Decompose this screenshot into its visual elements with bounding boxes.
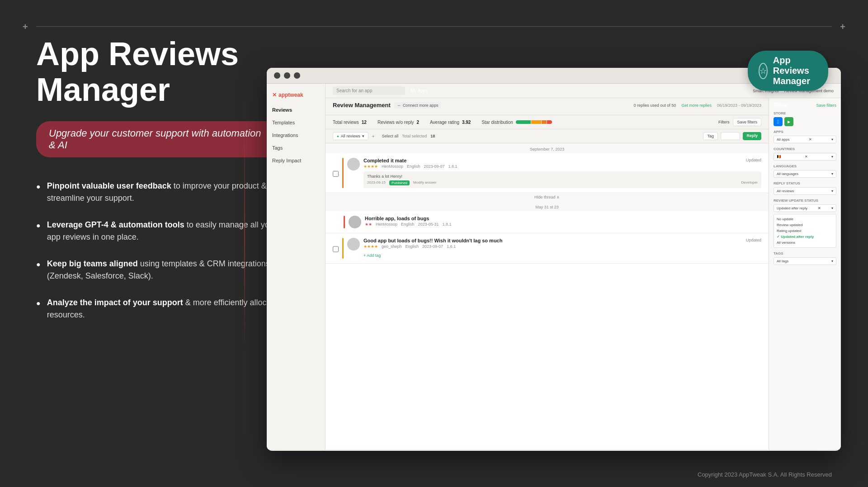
app-interface: ✕ apptweak Reviews Templates Integration… [267, 84, 841, 449]
star-seg-green [516, 120, 531, 124]
review-date-3: 2023-09-07 [422, 244, 443, 249]
review-body-1: Completed it mate ★★★★ HenMossop English… [363, 158, 761, 188]
bullet-3-bold: Keep big teams aligned [47, 259, 138, 268]
star-seg-orange [542, 120, 547, 124]
apps-dropdown-icon[interactable]: ▾ [831, 137, 833, 142]
review-title-3: Good app but loads of bugs!! Wish it wou… [363, 238, 502, 243]
avg-rating-stat: Average rating 3.92 [430, 120, 471, 125]
update-dropdown-options: No update Review updated Rating updated … [774, 214, 836, 248]
selected-update-label: Updated after reply [777, 206, 807, 210]
review-update-section-label: REVIEW UPDATE STATUS [774, 199, 836, 203]
reply-status-select[interactable]: All reviews ▾ [774, 187, 836, 195]
bullet-4: Analyze the impact of your support & mor… [36, 297, 280, 321]
reply-btn[interactable]: Reply [743, 132, 761, 140]
sidebar-item-reply-impact[interactable]: Reply Impact [267, 154, 325, 167]
review-checkbox-1[interactable] [333, 160, 339, 188]
bullet-1-bold: Pinpoint valuable user feedback [47, 181, 171, 190]
store-section-label: STORE [774, 111, 836, 115]
country-flag: 🇧🇪 [777, 155, 781, 159]
review-date-1: 2023-09-07 [424, 164, 445, 169]
reply-status-section-label: REPLY STATUS [774, 181, 836, 185]
modify-answer-btn[interactable]: Modify answer [413, 180, 437, 185]
countries-dropdown-icon[interactable]: ▾ [831, 155, 833, 159]
reply-status-dropdown-icon[interactable]: ▾ [831, 189, 833, 193]
reply-meta-1: 2023-09-15 Published Modify answer Devel… [367, 180, 758, 185]
all-reviews-filter[interactable]: All reviews ▾ [333, 132, 368, 140]
browser-dot-3 [294, 72, 300, 79]
apps-section-label: APPS [774, 130, 836, 134]
sidebar: ✕ apptweak Reviews Templates Integration… [267, 84, 326, 449]
review-meta-2: ★★ HenMossop English 2023-05-31 1.8.1 [365, 222, 761, 227]
all-reviews-label: All reviews [341, 134, 360, 138]
select-all-label[interactable]: Select all [382, 134, 399, 138]
tags-dropdown-icon[interactable]: ▾ [831, 259, 833, 263]
countries-filter-select[interactable]: 🇧🇪 ✕ ▾ [774, 153, 836, 161]
languages-filter-select[interactable]: All languages ▾ [774, 170, 836, 178]
apps-close-icon[interactable]: ✕ [809, 137, 812, 142]
search-placeholder: Search for an app [336, 88, 373, 93]
search-bar[interactable]: Search for an app [333, 86, 405, 95]
ask-ai-btn[interactable]: Ask AI [721, 132, 741, 140]
title-row: Review Management ↔ Connect more apps 0 … [333, 102, 761, 109]
review-avatar-3 [347, 238, 360, 251]
bullet-4-bold: Analyze the impact of your support [47, 298, 183, 307]
option-all-versions[interactable]: All versions [777, 240, 833, 246]
sidebar-item-integrations[interactable]: Integrations [267, 129, 325, 142]
sidebar-item-tags[interactable]: Tags [267, 142, 325, 154]
badge-star-icon: ☆ [760, 66, 767, 76]
reply-by-1: Developer [741, 180, 758, 185]
review-avatar-1 [347, 158, 360, 170]
languages-dropdown-icon[interactable]: ▾ [831, 172, 833, 176]
update-close-icon[interactable]: ✕ [818, 206, 821, 210]
update-dropdown-icon[interactable]: ▾ [831, 206, 833, 210]
star-dist-label: Star distribution [481, 120, 513, 125]
apps-filter-select[interactable]: All apps ✕ ▾ [774, 136, 836, 143]
badge-label: App Reviews Manager [773, 55, 817, 86]
content-title: Review Management [333, 102, 391, 109]
reply-status-all-label: All reviews [777, 189, 794, 193]
option-review-updated[interactable]: Review updated [777, 222, 833, 228]
reviews-wo-reply-label: Reviews w/o reply [377, 120, 414, 125]
review-meta-1: ★★★★ HenMossop English 2023-09-07 1.8.1 [363, 164, 458, 169]
review-meta-3: ★★★★ geo_sheph English 2023-09-07 1.6.1 [363, 244, 502, 249]
google-play-icon[interactable]: ▶ [784, 117, 793, 126]
countries-section-label: COUNTRIES [774, 147, 836, 151]
save-filters-btn[interactable]: Save filters [733, 118, 761, 126]
reply-date-1: 2023-09-15 [367, 180, 386, 185]
bullet-2: Leverage GPT-4 & automation tools to eas… [36, 219, 280, 243]
tag-btn[interactable]: Tag [703, 132, 718, 140]
filter-panel: Filters Save filters STORE  ▶ APPS All … [769, 98, 841, 449]
review-body-3: Good app but loads of bugs!! Wish it wou… [363, 238, 761, 259]
hide-thread-btn[interactable]: Hide thread ∧ [326, 193, 769, 201]
review-title-2: Horrible app, loads of bugs [365, 216, 761, 221]
copyright: Copyright 2023 AppTweak S.A. All Rights … [698, 471, 832, 478]
reply-text-1: Thanks a lot Henry! [367, 174, 402, 179]
option-rating-updated[interactable]: Rating updated [777, 228, 833, 234]
my-apps-btn[interactable]: My Apps [410, 88, 428, 93]
review-avatar-2 [349, 216, 361, 228]
countries-close-icon[interactable]: ✕ [805, 155, 808, 159]
plus-icon[interactable]: + [372, 134, 375, 139]
reviews-wo-reply-stat: Reviews w/o reply 2 [377, 120, 419, 125]
top-divider-line [36, 26, 832, 27]
reviews-list: September 7, 2023 Completed it mate [326, 143, 769, 449]
sidebar-item-reviews[interactable]: Reviews [267, 104, 325, 116]
connect-more-apps-btn[interactable]: ↔ Connect more apps [394, 102, 441, 109]
page-title: App Reviews Manager [36, 36, 280, 108]
review-checkbox-3[interactable] [333, 240, 339, 259]
avg-rating-label: Average rating [430, 120, 459, 125]
review-author-3: geo_sheph [382, 244, 402, 249]
sidebar-item-templates[interactable]: Templates [267, 116, 325, 129]
badge-icon: ☆ [759, 63, 768, 79]
tags-filter-select[interactable]: All tags ▾ [774, 257, 836, 265]
add-tag-btn-3[interactable]: + Add tag [363, 253, 381, 258]
apple-store-icon[interactable]:  [774, 117, 783, 126]
option-no-update[interactable]: No update [777, 216, 833, 222]
total-selected-label: Total selected [402, 134, 427, 138]
get-more-replies[interactable]: Get more replies [681, 103, 712, 108]
option-updated-after-reply[interactable]: Updated after reply [777, 234, 833, 240]
subtitle-badge: Upgrade your customer support with autom… [36, 121, 280, 157]
save-filters-link[interactable]: Save filters [816, 103, 836, 108]
review-update-select[interactable]: Updated after reply ✕ ▾ [774, 204, 836, 212]
connect-label: Connect more apps [403, 103, 439, 108]
